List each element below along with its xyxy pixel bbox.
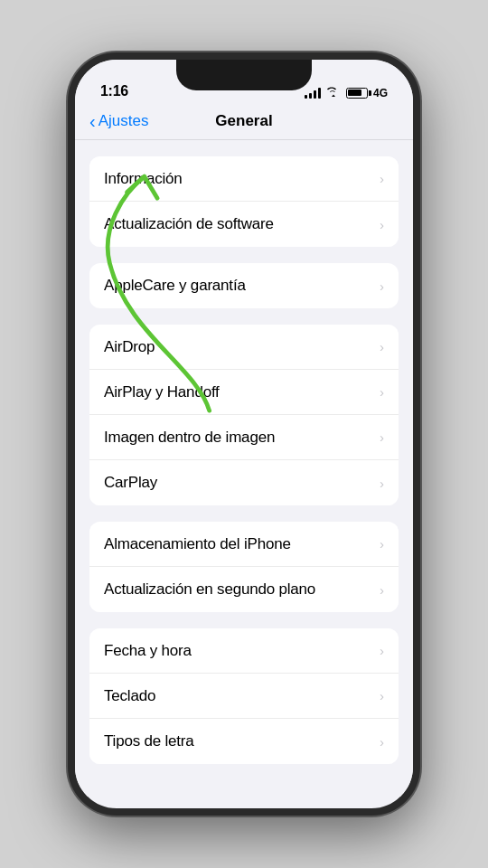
settings-list: Información › Actualización de software … — [75, 140, 413, 797]
item-airplay-label: AirPlay y Handoff — [104, 383, 220, 401]
item-actualizacion-bg-label: Actualización en segundo plano — [104, 580, 315, 599]
phone-shell: 1:16 4G ‹ Ajustes — [68, 52, 420, 816]
item-almacenamiento[interactable]: Almacenamiento del iPhone › — [89, 522, 399, 567]
item-fecha-hora[interactable]: Fecha y hora › — [89, 628, 399, 674]
item-almacenamiento-label: Almacenamiento del iPhone — [104, 535, 291, 553]
item-informacion-label: Información — [104, 170, 183, 188]
status-time: 1:16 — [100, 83, 128, 99]
chevron-icon: › — [380, 582, 384, 598]
chevron-icon: › — [380, 278, 384, 294]
chevron-icon: › — [380, 476, 384, 491]
section-connectivity: AirDrop › AirPlay y Handoff › Imagen den… — [75, 325, 413, 505]
battery-icon — [346, 88, 368, 99]
item-actualizacion-bg[interactable]: Actualización en segundo plano › — [89, 567, 399, 612]
lte-badge: 4G — [373, 87, 388, 99]
chevron-icon: › — [380, 536, 384, 552]
notch — [176, 60, 312, 90]
back-button[interactable]: ‹ Ajustes — [89, 112, 148, 130]
back-chevron-icon: ‹ — [89, 112, 96, 130]
section-info: Información › Actualización de software … — [75, 156, 413, 247]
chevron-icon: › — [380, 339, 384, 354]
item-airplay-handoff[interactable]: AirPlay y Handoff › — [89, 370, 399, 415]
section-group-3: AirDrop › AirPlay y Handoff › Imagen den… — [89, 325, 399, 505]
signal-icon — [305, 87, 321, 99]
item-actualizacion-software[interactable]: Actualización de software › — [89, 202, 399, 247]
chevron-icon: › — [380, 429, 384, 445]
back-label: Ajustes — [99, 112, 149, 130]
item-imagen-imagen[interactable]: Imagen dentro de imagen › — [89, 415, 399, 460]
section-group-4: Almacenamiento del iPhone › Actualizació… — [89, 522, 399, 612]
section-locale: Fecha y hora › Teclado › Tipos de letra … — [75, 628, 413, 764]
item-imagen-label: Imagen dentro de imagen — [104, 429, 275, 447]
item-airdrop-label: AirDrop — [104, 338, 155, 356]
nav-bar: ‹ Ajustes General — [75, 105, 413, 140]
item-actualizacion-label: Actualización de software — [104, 215, 274, 233]
chevron-icon: › — [380, 171, 384, 186]
chevron-icon: › — [380, 217, 384, 232]
chevron-icon: › — [380, 734, 384, 750]
chevron-icon: › — [380, 643, 384, 658]
item-applecare-label: AppleCare y garantía — [104, 277, 246, 295]
section-storage: Almacenamiento del iPhone › Actualizació… — [75, 522, 413, 612]
chevron-icon: › — [380, 688, 384, 703]
item-carplay-label: CarPlay — [104, 474, 157, 492]
wifi-icon — [326, 86, 341, 99]
page-title: General — [215, 112, 272, 130]
item-fecha-hora-label: Fecha y hora — [104, 642, 192, 660]
item-carplay[interactable]: CarPlay › — [89, 460, 399, 505]
item-applecare[interactable]: AppleCare y garantía › — [89, 263, 399, 308]
section-group-1: Información › Actualización de software … — [89, 156, 399, 247]
item-tipos-letra-label: Tipos de letra — [104, 732, 194, 750]
section-group-2: AppleCare y garantía › — [89, 263, 399, 308]
item-teclado[interactable]: Teclado › — [89, 674, 399, 719]
item-tipos-letra[interactable]: Tipos de letra › — [89, 719, 399, 764]
section-group-5: Fecha y hora › Teclado › Tipos de letra … — [89, 628, 399, 764]
section-applecare: AppleCare y garantía › — [75, 263, 413, 308]
screen-content: ‹ Ajustes General Información › Actualiz… — [75, 105, 413, 808]
status-icons: 4G — [305, 86, 388, 99]
item-airdrop[interactable]: AirDrop › — [89, 325, 399, 370]
chevron-icon: › — [380, 384, 384, 400]
item-informacion[interactable]: Información › — [89, 156, 399, 202]
item-teclado-label: Teclado — [104, 687, 155, 705]
